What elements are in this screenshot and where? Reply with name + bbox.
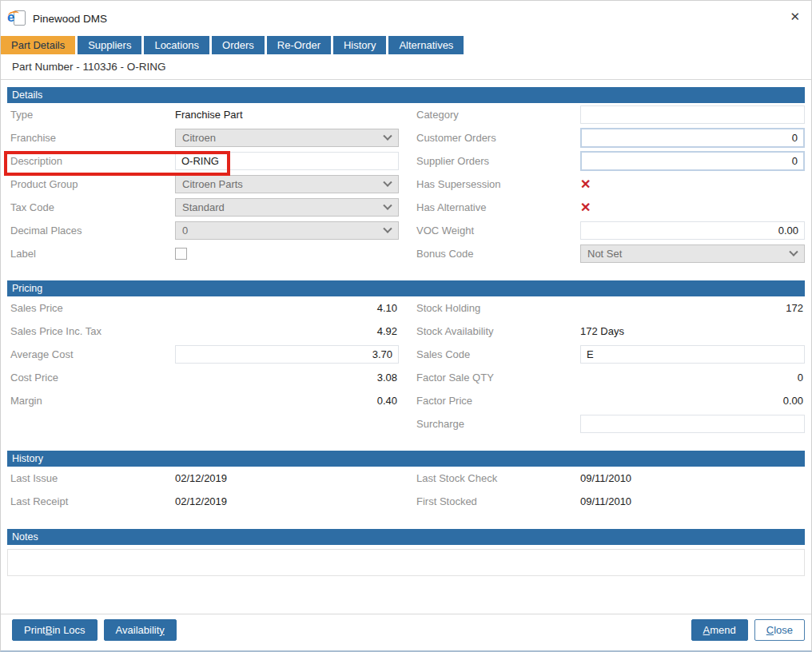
supplier-orders-input[interactable] [580, 151, 805, 171]
red-cross-icon: ✕ [580, 201, 591, 214]
decimal-places-label: Decimal Places [7, 225, 175, 237]
sales-code-input[interactable] [580, 345, 805, 364]
first-stocked-label: First Stocked [416, 495, 580, 507]
stock-availability-label: Stock Availability [416, 325, 580, 337]
type-label: Type [7, 109, 175, 121]
voc-weight-label: VOC Weight [416, 225, 580, 237]
chevron-down-icon [383, 131, 392, 140]
customer-orders-label: Customer Orders [416, 132, 580, 144]
notes-section-header: Notes [7, 529, 805, 545]
stock-availability-value: 172 Days [580, 325, 805, 337]
availability-button[interactable]: Availability [104, 619, 177, 641]
description-label: Description [7, 155, 175, 167]
tab-alternatives[interactable]: Alternatives [388, 36, 464, 54]
customer-orders-input[interactable] [580, 128, 805, 148]
details-row-decimal-voc: Decimal Places 0 VOC Weight [7, 219, 805, 242]
sales-price-value: 4.10 [175, 302, 399, 314]
bonus-code-select[interactable]: Not Set [580, 245, 805, 263]
voc-weight-input[interactable] [580, 221, 805, 240]
margin-value: 0.40 [175, 395, 399, 407]
tax-code-label: Tax Code [7, 201, 175, 213]
sales-price-inc-tax-value: 4.92 [175, 325, 399, 337]
sales-code-label: Sales Code [416, 348, 580, 360]
stock-holding-label: Stock Holding [416, 302, 580, 314]
history-row-last-receipt-first-stocked: Last Receipt 02/12/2019 First Stocked 09… [7, 490, 805, 513]
close-icon[interactable]: ✕ [790, 9, 800, 25]
print-bin-locs-button[interactable]: Print Bin Locs [12, 619, 98, 641]
chevron-down-icon [383, 224, 392, 233]
details-row-label-bonus: Label Bonus Code Not Set [7, 242, 805, 265]
category-input[interactable] [580, 105, 805, 124]
button-text: Availabilit [116, 624, 160, 636]
pricing-row-surcharge: Surcharge [7, 412, 805, 435]
tab-part-details[interactable]: Part Details [1, 36, 75, 54]
tab-suppliers[interactable]: Suppliers [78, 36, 141, 54]
pricing-row-inc-tax-availability: Sales Price Inc. Tax 4.92 Stock Availabi… [7, 320, 805, 343]
last-issue-value: 02/12/2019 [175, 472, 399, 484]
chevron-down-icon [789, 247, 798, 256]
footer-bar: Print Bin Locs Availability Amend Close [1, 614, 811, 650]
chevron-down-icon [383, 177, 392, 186]
history-section-header: History [7, 451, 805, 467]
bonus-code-label: Bonus Code [416, 248, 580, 260]
factor-price-label: Factor Price [416, 395, 580, 407]
surcharge-label: Surcharge [416, 418, 580, 430]
tab-orders[interactable]: Orders [212, 36, 265, 54]
average-cost-input[interactable] [175, 345, 399, 364]
label-label: Label [7, 248, 175, 260]
product-group-label: Product Group [7, 178, 175, 190]
factor-sale-qty-value: 0 [580, 372, 805, 384]
category-label: Category [416, 109, 580, 121]
tax-code-select[interactable]: Standard [175, 198, 399, 217]
factor-sale-qty-label: Factor Sale QTY [416, 372, 580, 384]
button-mnemonic: A [703, 624, 710, 636]
button-text: Print [24, 624, 46, 636]
last-receipt-value: 02/12/2019 [175, 495, 399, 507]
surcharge-input[interactable] [580, 415, 805, 433]
button-text: in Locs [52, 624, 85, 636]
amend-button[interactable]: Amend [691, 619, 748, 641]
tab-bar: Part Details Suppliers Locations Orders … [1, 36, 811, 54]
notes-textarea[interactable] [7, 549, 805, 576]
part-number-header: Part Number - 1103J6 - O-RING [1, 54, 811, 80]
button-text: mend [710, 624, 736, 636]
type-value: Franchise Part [175, 109, 399, 121]
close-button[interactable]: Close [754, 619, 805, 641]
button-text: lose [774, 624, 793, 636]
internet-explorer-icon: e [7, 10, 26, 27]
chevron-down-icon [383, 201, 392, 209]
sales-price-label: Sales Price [7, 302, 175, 314]
product-group-select[interactable]: Citroen Parts [175, 175, 399, 193]
pricing-row-cost-price-factor-qty: Cost Price 3.08 Factor Sale QTY 0 [7, 366, 805, 389]
franchise-label: Franchise [7, 132, 175, 144]
stock-holding-value: 172 [580, 302, 805, 314]
has-alternative-label: Has Alternative [416, 201, 580, 213]
details-row-product-group-supersession: Product Group Citroen Parts Has Superses… [7, 173, 805, 196]
first-stocked-value: 09/11/2010 [580, 495, 805, 507]
last-stock-check-value: 09/11/2010 [580, 472, 805, 484]
details-row-franchise-customer-orders: Franchise Citroen Customer Orders [7, 126, 805, 149]
average-cost-label: Average Cost [7, 348, 175, 360]
label-checkbox[interactable] [175, 248, 187, 260]
franchise-select[interactable]: Citroen [175, 129, 399, 147]
franchise-select-value: Citroen [182, 132, 216, 144]
red-cross-icon: ✕ [580, 178, 591, 191]
title-bar: e Pinewood DMS ✕ [1, 1, 811, 36]
tab-history[interactable]: History [333, 36, 386, 54]
details-row-type-category: Type Franchise Part Category [7, 103, 805, 126]
decimal-places-select-value: 0 [182, 225, 188, 237]
tab-locations[interactable]: Locations [144, 36, 209, 54]
last-receipt-label: Last Receipt [7, 495, 175, 507]
last-stock-check-label: Last Stock Check [416, 472, 580, 484]
product-group-select-value: Citroen Parts [182, 178, 243, 190]
history-row-last-issue-stock-check: Last Issue 02/12/2019 Last Stock Check 0… [7, 467, 805, 490]
tab-re-order[interactable]: Re-Order [267, 36, 331, 54]
decimal-places-select[interactable]: 0 [175, 221, 399, 240]
margin-label: Margin [7, 395, 175, 407]
details-section-header: Details [7, 87, 805, 103]
content-area: Details Type Franchise Part Category Fra… [1, 80, 811, 614]
pricing-row-average-cost-sales-code: Average Cost Sales Code [7, 343, 805, 366]
window-title: Pinewood DMS [33, 13, 107, 25]
description-input[interactable] [175, 152, 399, 170]
pinewood-dms-window: e Pinewood DMS ✕ Part Details Suppliers … [0, 0, 812, 652]
